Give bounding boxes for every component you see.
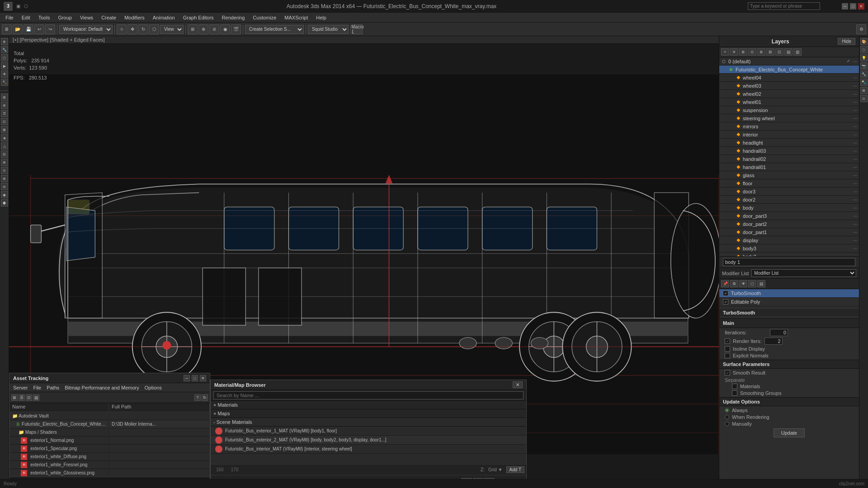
- mod-config-btn[interactable]: ⚙: [730, 280, 738, 287]
- layers-btn7[interactable]: ⊡: [775, 48, 783, 56]
- sidebar-tool12[interactable]: ⊘: [1, 183, 8, 190]
- far-right-icon5[interactable]: 🔧: [860, 70, 868, 78]
- at-row-maps-folder[interactable]: 📁 Maps / Shaders: [9, 428, 210, 436]
- layer-item-door3[interactable]: 🔶 door3 —: [719, 188, 859, 196]
- far-right-icon6[interactable]: 🔦: [860, 79, 868, 86]
- layer-item-door-part1[interactable]: 🔶 door_part1 —: [719, 228, 859, 236]
- mmb-close-btn[interactable]: ✕: [513, 381, 523, 388]
- layer-item-mirrors[interactable]: 🔶 mirrors —: [719, 122, 859, 131]
- sidebar-tool3[interactable]: ☰: [1, 110, 8, 117]
- at-row-diffuse[interactable]: R exterior1_white_Diffuse.png: [9, 453, 210, 461]
- far-right-icon7[interactable]: ⊞: [860, 87, 868, 94]
- ts-iterations-input[interactable]: [770, 329, 788, 336]
- layer-item-headlight[interactable]: 🔶 headlight —: [719, 139, 859, 147]
- toolbar-btn2[interactable]: ⊕: [198, 24, 208, 34]
- layers-btn6[interactable]: ⊞: [766, 48, 774, 56]
- layer-item-floor[interactable]: 🔶 floor —: [719, 179, 859, 188]
- layers-delete-btn[interactable]: ✕: [730, 48, 738, 56]
- modifier-entry-editablepoly[interactable]: ✓ Editable Poly: [719, 298, 859, 306]
- at-menu-bitmap[interactable]: Bitmap Performance and Memory: [63, 385, 141, 390]
- toolbar-btn4[interactable]: ◉: [220, 24, 230, 34]
- mmb-search-input[interactable]: [213, 391, 524, 399]
- sidebar-tool6[interactable]: ◈: [1, 134, 8, 141]
- toolbar-move[interactable]: ✥: [127, 24, 137, 34]
- ts-always-radio[interactable]: [725, 408, 729, 413]
- reference-dropdown[interactable]: View: [160, 25, 184, 34]
- layers-hide-btn[interactable]: Hide: [838, 38, 855, 45]
- layer-item-interior[interactable]: 🔶 interior —: [719, 131, 859, 139]
- toolbar-save[interactable]: 💾: [24, 24, 33, 34]
- sidebar-modify-icon[interactable]: 🔧: [1, 46, 8, 53]
- layers-top-btn[interactable]: ⊛: [757, 48, 765, 56]
- ep-enable-checkbox[interactable]: ✓: [723, 299, 728, 305]
- ts-render-iters-input[interactable]: [764, 338, 783, 345]
- ts-explicit-checkbox[interactable]: [725, 353, 730, 358]
- layer-item-handrail01[interactable]: 🔶 handrail01 —: [719, 163, 859, 171]
- mod-show-btn[interactable]: 👁: [739, 280, 747, 287]
- sidebar-tool11[interactable]: ⊗: [1, 175, 8, 182]
- toolbar-undo[interactable]: ↩: [34, 24, 44, 34]
- ts-enable-checkbox[interactable]: ✓: [723, 291, 728, 296]
- at-menu-file[interactable]: File: [31, 385, 43, 390]
- sidebar-tool14[interactable]: ⬢: [1, 199, 8, 206]
- at-tb2[interactable]: ☰: [19, 394, 25, 401]
- at-row-glossiness[interactable]: R exterior1_white_Glossiness.png: [9, 469, 210, 477]
- sidebar-create-icon[interactable]: ⊕: [1, 38, 8, 45]
- at-row-maxfile[interactable]: 🗎 Futuristic_Electric_Bus_Concept_White_…: [9, 420, 210, 428]
- sidebar-motion-icon[interactable]: ▶: [1, 62, 8, 70]
- at-restore-btn[interactable]: □: [192, 375, 198, 381]
- menu-views[interactable]: Views: [76, 14, 97, 21]
- at-menu-server[interactable]: Server: [11, 385, 29, 390]
- at-row-specular[interactable]: R exterior1_Specular.png: [9, 445, 210, 453]
- layer-item-handrail02[interactable]: 🔶 handrail02 —: [719, 155, 859, 163]
- layers-sel-obj-btn[interactable]: ⊙: [748, 48, 756, 56]
- far-right-icon8[interactable]: ⊙: [860, 95, 868, 102]
- sidebar-hierarchy-icon[interactable]: ⬡: [1, 54, 8, 61]
- mmb-section-maps[interactable]: + Maps: [211, 409, 526, 418]
- menu-file[interactable]: File: [2, 14, 17, 21]
- at-tb3[interactable]: ⊡: [26, 394, 32, 401]
- toolbar-new[interactable]: 🗎: [2, 24, 12, 34]
- menu-group[interactable]: Group: [54, 14, 75, 21]
- at-menu-options[interactable]: Options: [143, 385, 164, 390]
- at-row-fresnel[interactable]: R exterior1_white_Fresnel.png: [9, 461, 210, 469]
- sidebar-display-icon[interactable]: 👁: [1, 70, 8, 78]
- modifier-entry-turbosmooth[interactable]: ✓ TurboSmooth: [719, 289, 859, 298]
- layer-item-wheel03[interactable]: 🔶 wheel03 —: [719, 82, 859, 90]
- layer-item-steering[interactable]: 🔶 steering wheel —: [719, 114, 859, 122]
- menu-animation[interactable]: Animation: [149, 14, 179, 21]
- mmb-section-scene[interactable]: - Scene Materials: [211, 418, 526, 427]
- at-minimize-btn[interactable]: ─: [184, 375, 190, 381]
- ts-update-btn[interactable]: Update: [774, 428, 805, 437]
- layers-new-btn[interactable]: +: [721, 48, 729, 56]
- layer-item-display[interactable]: 🔶 display —: [719, 236, 859, 244]
- toolbar-select[interactable]: ⊹: [117, 24, 127, 34]
- layer-item-body[interactable]: 🔶 body —: [719, 204, 859, 212]
- at-tb1[interactable]: ⊞: [11, 394, 18, 401]
- layers-add-sel-btn[interactable]: ⊕: [739, 48, 747, 56]
- sidebar-utils-icon[interactable]: 🔨: [1, 79, 8, 86]
- minimize-btn[interactable]: ─: [842, 3, 848, 9]
- modifier-list-dropdown[interactable]: Modifier List: [751, 269, 856, 277]
- mod-vert-btn[interactable]: ▤: [757, 280, 765, 287]
- menu-graph-editors[interactable]: Graph Editors: [179, 14, 217, 21]
- layer-item-default[interactable]: ⬡ 0 (default) ✓ —: [719, 57, 859, 66]
- object-name-input[interactable]: [723, 258, 855, 266]
- toolbar-render[interactable]: 🎬: [231, 24, 241, 34]
- layers-btn9[interactable]: ▥: [793, 48, 802, 56]
- menu-customize[interactable]: Customize: [249, 14, 280, 21]
- sidebar-tool13[interactable]: ◉: [1, 191, 8, 198]
- menu-modifiers[interactable]: Modifiers: [121, 14, 148, 21]
- ts-manually-radio[interactable]: [725, 422, 729, 426]
- mmb-mat-row-2[interactable]: Futuristic_Bus_exterior_2_MAT (VRayMtl) …: [211, 436, 526, 445]
- toolbar-redo[interactable]: ↪: [45, 24, 55, 34]
- sidebar-tool10[interactable]: ⊙: [1, 167, 8, 174]
- mod-expand-btn[interactable]: ⬡: [748, 280, 756, 287]
- menu-help[interactable]: Help: [312, 14, 330, 21]
- toolbar-open[interactable]: 📂: [13, 24, 23, 34]
- sidebar-tool2[interactable]: ⊛: [1, 102, 8, 109]
- layer-item-handrail03[interactable]: 🔶 handrail03 —: [719, 147, 859, 155]
- layer-item-door2[interactable]: 🔶 door2 —: [719, 196, 859, 204]
- search-input[interactable]: [748, 2, 820, 10]
- menu-create[interactable]: Create: [98, 14, 120, 21]
